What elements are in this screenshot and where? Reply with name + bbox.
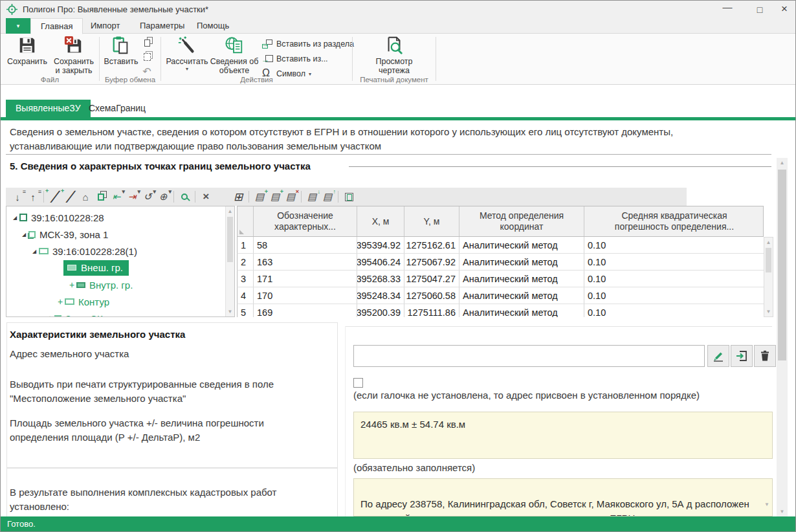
tree-item-zone[interactable]: ◢ МСК-39, зона 1: [6, 226, 234, 243]
save-and-close-button[interactable]: Сохранить и закрыть: [51, 36, 96, 75]
cell-x[interactable]: 395248.34: [357, 287, 404, 304]
point-menu-icon[interactable]: ⊕▾: [155, 190, 171, 204]
calc-wand-points-icon[interactable]: ╱+: [62, 190, 78, 204]
col-header-method[interactable]: Метод определения координат: [459, 206, 584, 236]
cell-designation[interactable]: 170: [254, 287, 357, 304]
cell-method[interactable]: Аналитический метод: [459, 304, 584, 317]
cell-error[interactable]: 0.10: [584, 254, 764, 270]
shift-xy-in-icon[interactable]: ⇤▾: [109, 190, 124, 204]
row-number[interactable]: 1: [238, 237, 254, 253]
copy-contour-icon[interactable]: [93, 190, 109, 204]
selected-tree-item[interactable]: Внеш. гр.: [63, 260, 129, 276]
cell-designation[interactable]: 163: [254, 254, 357, 270]
cell-x[interactable]: 395268.33: [357, 271, 404, 287]
paste-special-icon[interactable]: [140, 50, 153, 63]
renumber-desc-icon[interactable]: ↓≡: [10, 190, 25, 204]
tree-item-kontur[interactable]: + Контур: [6, 293, 234, 310]
object-info-button[interactable]: Сведения об объекте: [209, 36, 260, 75]
copy-icon[interactable]: [140, 36, 153, 49]
insert-address-button[interactable]: [731, 345, 753, 367]
paste-button[interactable]: Вставить: [103, 36, 139, 66]
row-number[interactable]: 2: [238, 254, 254, 270]
expander-icon[interactable]: ◢: [30, 249, 39, 254]
cell-x[interactable]: 395200.39: [357, 304, 404, 317]
calc-wand-icon[interactable]: ╱+: [47, 190, 62, 204]
row-number[interactable]: 4: [238, 287, 254, 304]
address-input[interactable]: [353, 345, 705, 367]
table-scrollbar[interactable]: ▲ ▼: [764, 237, 773, 317]
scroll-down-icon[interactable]: ▼: [764, 498, 769, 512]
cell-method[interactable]: Аналитический метод: [459, 237, 584, 253]
area-field[interactable]: 24465 кв.м ± 54.74 кв.м: [353, 412, 773, 459]
scroll-up-icon[interactable]: ▲: [764, 239, 773, 245]
cell-y[interactable]: 1275162.61: [404, 237, 459, 253]
shift-xy-out-icon[interactable]: ⇥▾: [124, 190, 140, 204]
move-row-up-icon[interactable]: ▤↑: [320, 190, 335, 204]
col-header-x[interactable]: X, м: [357, 206, 404, 236]
col-header-designation[interactable]: Обозначение характерных...: [254, 206, 357, 236]
delete-icon[interactable]: ×: [198, 190, 214, 204]
close-button[interactable]: ×: [775, 3, 794, 17]
cell-error[interactable]: 0.10: [584, 287, 764, 304]
move-row-down-icon[interactable]: ▤↓: [304, 190, 320, 204]
tree-item-inner-border[interactable]: + Внутр. гр.: [6, 276, 234, 293]
insert-from-section-button[interactable]: → Вставить из раздела: [262, 38, 351, 50]
maximize-button[interactable]: □: [750, 3, 769, 17]
tree-item-parcel[interactable]: ◢ 39:16:010228:28: [6, 209, 234, 226]
cell-x[interactable]: 395394.92: [357, 237, 404, 253]
result-field[interactable]: По адресу 238758, Калининградская обл, С…: [353, 478, 773, 516]
cell-designation[interactable]: 171: [254, 271, 357, 287]
cell-error[interactable]: 0.10: [584, 237, 764, 253]
delete-row-icon[interactable]: ▤×: [283, 190, 298, 204]
edit-address-button[interactable]: [707, 345, 729, 367]
tree-item-contour-group[interactable]: ◢ 39:16:010228:28(1): [6, 243, 234, 260]
cell-y[interactable]: 1275111.86: [404, 304, 459, 317]
tab-parametry[interactable]: Параметры: [130, 18, 194, 34]
cell-method[interactable]: Аналитический метод: [459, 271, 584, 287]
add-row-icon[interactable]: ▤+: [252, 190, 267, 204]
cell-method[interactable]: Аналитический метод: [459, 287, 584, 304]
file-menu-button[interactable]: ▾: [6, 18, 30, 34]
minimize-button[interactable]: —: [718, 3, 737, 17]
expander-icon[interactable]: +: [67, 280, 76, 290]
expander-icon[interactable]: +: [56, 296, 65, 307]
cell-y[interactable]: 1275047.27: [404, 271, 459, 287]
tab-pomosch[interactable]: Помощь: [187, 18, 239, 34]
expander-icon[interactable]: +: [45, 313, 54, 317]
tree-scrollbar[interactable]: ▲ ▼: [225, 206, 234, 316]
expander-icon[interactable]: ◢: [10, 215, 19, 221]
insert-row-icon[interactable]: ▤+: [267, 190, 283, 204]
select-all-corner[interactable]: [238, 206, 254, 236]
scroll-up-icon[interactable]: ▲: [226, 208, 234, 214]
scroll-down-icon[interactable]: ▼: [777, 509, 788, 515]
scroll-down-icon[interactable]: ▼: [226, 309, 234, 315]
scroll-up-icon[interactable]: ▲: [777, 160, 788, 166]
table-grid-icon[interactable]: ⊞: [230, 190, 246, 204]
rotate-icon[interactable]: ↺▾: [140, 190, 155, 204]
scrollbar-thumb[interactable]: [227, 217, 233, 262]
col-header-y[interactable]: Y, м: [404, 206, 459, 236]
cell-method[interactable]: Аналитический метод: [459, 254, 584, 270]
cell-error[interactable]: 0.10: [584, 271, 764, 287]
cell-designation[interactable]: 169: [254, 304, 357, 317]
polygon-icon[interactable]: ⌂: [78, 190, 93, 204]
delete-address-button[interactable]: [754, 345, 776, 367]
doc-tab-vyyavlennye-zu[interactable]: ВыявленныеЗУ: [6, 100, 91, 117]
scroll-down-icon[interactable]: ▼: [764, 309, 773, 315]
cell-x[interactable]: 395406.24: [357, 254, 404, 270]
save-button[interactable]: Сохранить: [6, 36, 49, 66]
tab-glavnaya[interactable]: Главная: [30, 18, 83, 34]
cell-y[interactable]: 1275067.92: [404, 254, 459, 270]
tree-item-outer-border[interactable]: Внеш. гр.: [6, 260, 234, 276]
expander-icon[interactable]: ◢: [19, 232, 28, 238]
main-scrollbar[interactable]: ▲ ▼: [777, 158, 788, 516]
row-number[interactable]: 5: [238, 304, 254, 317]
fit-view-icon[interactable]: [341, 190, 357, 204]
preview-zoom-icon[interactable]: [177, 190, 192, 204]
cell-y[interactable]: 1275060.58: [404, 287, 459, 304]
cell-error[interactable]: 0.10: [584, 304, 764, 317]
scrollbar-thumb[interactable]: [766, 248, 771, 272]
tree-item-zona-sk[interactable]: + Зона СК: [6, 310, 234, 317]
insert-from-button[interactable]: → Вставить из...: [262, 52, 351, 65]
tab-import[interactable]: Импорт: [81, 18, 129, 34]
